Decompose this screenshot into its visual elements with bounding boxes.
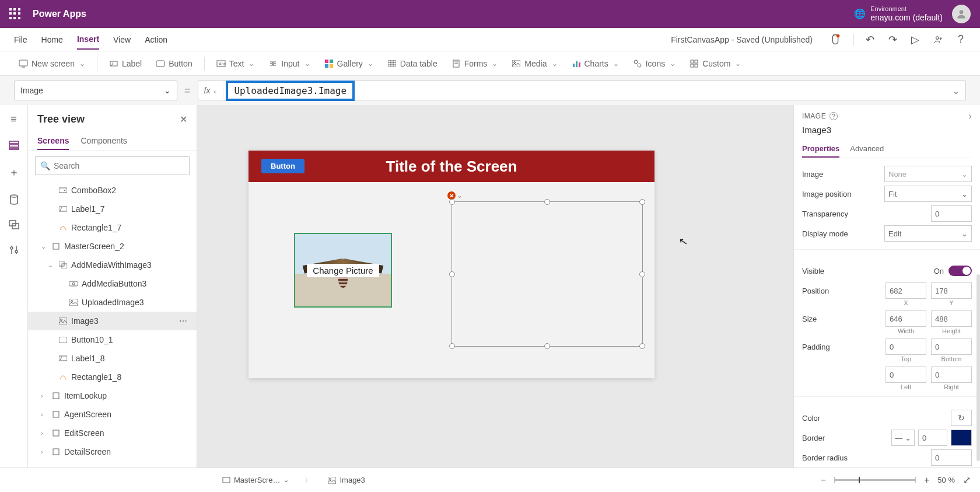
advanced-tools-icon[interactable] xyxy=(9,245,19,255)
border-width-input[interactable]: 0 xyxy=(918,430,947,446)
custom-dropdown[interactable]: Custom xyxy=(685,57,746,71)
app-checker-icon[interactable] xyxy=(827,31,844,48)
resize-handle[interactable] xyxy=(544,199,550,205)
breadcrumb-control[interactable]: Image3 xyxy=(321,473,371,487)
tree-item[interactable]: ComboBox2 xyxy=(28,181,197,200)
fx-label[interactable]: fx⌄ xyxy=(198,81,224,100)
user-avatar[interactable] xyxy=(952,5,971,23)
media-rail-icon[interactable] xyxy=(9,220,19,229)
icons-dropdown[interactable]: Icons xyxy=(628,57,680,71)
tree-item[interactable]: Rectangle1_7 xyxy=(28,218,197,237)
label-button[interactable]: Label xyxy=(104,57,146,71)
insert-rail-icon[interactable]: ＋ xyxy=(9,165,19,179)
resize-handle[interactable] xyxy=(449,199,455,205)
position-x-input[interactable]: 682 xyxy=(886,282,926,299)
search-input[interactable] xyxy=(54,161,184,170)
canvas-button[interactable]: Button xyxy=(261,159,304,173)
formula-expand-icon[interactable]: ⌄ xyxy=(946,85,965,96)
tree-item[interactable]: Rectangle1_8 xyxy=(28,368,197,386)
media-dropdown[interactable]: Media xyxy=(507,57,562,71)
prop-image-input[interactable]: None⌄ xyxy=(884,166,972,182)
gallery-dropdown[interactable]: Gallery xyxy=(320,57,378,71)
border-radius-input[interactable]: 0 xyxy=(931,449,972,466)
expand-panel-icon[interactable]: › xyxy=(968,111,972,121)
tree-item[interactable]: Image3⋯ xyxy=(28,312,197,330)
props-heading: IMAGE xyxy=(802,112,826,120)
tree-view-icon[interactable] xyxy=(9,141,19,150)
resize-handle[interactable] xyxy=(639,271,645,277)
tree-item[interactable]: Button10_1 xyxy=(28,330,197,349)
close-icon[interactable]: ✕ xyxy=(180,114,187,125)
menu-view[interactable]: View xyxy=(113,30,131,49)
property-selector[interactable]: Image ⌄ xyxy=(14,81,177,100)
pad-bottom-input[interactable]: 0 xyxy=(931,339,972,355)
zoom-slider[interactable] xyxy=(834,479,916,481)
environment-picker[interactable]: 🌐 Environment enayu.com (default) xyxy=(854,5,943,23)
zoom-out-button[interactable]: − xyxy=(821,475,826,486)
prop-display-mode-input[interactable]: Edit⌄ xyxy=(884,225,972,242)
breadcrumb-screen[interactable]: MasterScre… ⌄ xyxy=(216,473,295,487)
tree-item[interactable]: AddMediaButton3 xyxy=(28,274,197,293)
tree-item[interactable]: Label1_7 xyxy=(28,200,197,218)
app-launcher-icon[interactable] xyxy=(9,8,21,20)
size-w-input[interactable]: 646 xyxy=(886,310,926,327)
more-icon[interactable]: ⋯ xyxy=(179,316,192,326)
tab-screens[interactable]: Screens xyxy=(37,132,69,150)
redo-icon[interactable]: ↷ xyxy=(886,31,900,48)
formula-input[interactable]: UploadedImage3.Image xyxy=(223,81,946,101)
add-media-control[interactable]: Change Picture xyxy=(294,233,392,308)
tab-advanced[interactable]: Advanced xyxy=(850,141,884,158)
tree-item[interactable]: ›DetailScreen xyxy=(28,442,197,461)
tree-item[interactable]: Label1_8 xyxy=(28,349,197,368)
menu-insert[interactable]: Insert xyxy=(77,30,99,50)
input-dropdown[interactable]: Input xyxy=(264,57,314,71)
prop-image-position-input[interactable]: Fit⌄ xyxy=(884,186,972,202)
button-insert[interactable]: Button xyxy=(151,57,197,71)
hamburger-icon[interactable]: ≡ xyxy=(10,113,17,125)
border-color-picker[interactable] xyxy=(951,430,972,446)
error-badge[interactable]: ✕ ⌄ xyxy=(447,191,463,200)
menu-action[interactable]: Action xyxy=(145,30,167,49)
border-style-picker[interactable]: — ⌄ xyxy=(891,430,915,446)
pad-left-input[interactable]: 0 xyxy=(886,367,926,383)
pad-top-input[interactable]: 0 xyxy=(886,339,926,355)
menu-home[interactable]: Home xyxy=(41,30,63,49)
forms-dropdown[interactable]: Forms xyxy=(447,57,503,71)
resize-handle[interactable] xyxy=(449,343,455,349)
new-screen-button[interactable]: New screen xyxy=(14,57,90,71)
menu-file[interactable]: File xyxy=(14,30,27,49)
size-h-input[interactable]: 488 xyxy=(931,310,972,327)
canvas[interactable]: Button Title of the Screen Change Pictur… xyxy=(197,105,793,467)
tab-properties[interactable]: Properties xyxy=(802,141,839,158)
tree-item[interactable]: ⌄AddMediaWithImage3 xyxy=(28,256,197,274)
share-icon[interactable] xyxy=(931,32,946,47)
info-icon[interactable]: ? xyxy=(830,112,838,120)
resize-handle[interactable] xyxy=(639,343,645,349)
prop-transparency-input[interactable]: 0 xyxy=(931,205,972,222)
pad-right-input[interactable]: 0 xyxy=(931,367,972,383)
fit-screen-icon[interactable]: ⤢ xyxy=(963,474,971,486)
tree-item[interactable]: UploadedImage3 xyxy=(28,293,197,312)
tab-components[interactable]: Components xyxy=(80,132,127,150)
help-icon[interactable]: ? xyxy=(956,31,966,48)
selected-image-control[interactable]: ✕ ⌄ xyxy=(452,201,643,347)
tree-item[interactable]: ›AgentScreen xyxy=(28,405,197,424)
tree-search[interactable]: 🔍 xyxy=(35,156,190,175)
position-y-input[interactable]: 178 xyxy=(931,282,972,299)
resize-handle[interactable] xyxy=(449,271,455,277)
resize-handle[interactable] xyxy=(544,343,550,349)
data-rail-icon[interactable] xyxy=(9,194,19,205)
text-dropdown[interactable]: Abc Text xyxy=(212,57,260,71)
data-table-button[interactable]: Data table xyxy=(383,57,442,71)
undo-icon[interactable]: ↶ xyxy=(863,31,877,48)
tree-item[interactable]: ›ItemLookup xyxy=(28,386,197,405)
charts-dropdown[interactable]: Charts xyxy=(567,57,624,71)
visible-toggle[interactable] xyxy=(949,266,972,276)
resize-handle[interactable] xyxy=(639,199,645,205)
color-picker[interactable]: ↻ xyxy=(951,410,972,426)
play-icon[interactable]: ▷ xyxy=(909,31,922,48)
tree-scrollbar[interactable] xyxy=(977,274,980,461)
tree-item[interactable]: ›EditScreen xyxy=(28,424,197,442)
zoom-in-button[interactable]: + xyxy=(924,475,929,486)
tree-item[interactable]: ⌄MasterScreen_2 xyxy=(28,237,197,256)
